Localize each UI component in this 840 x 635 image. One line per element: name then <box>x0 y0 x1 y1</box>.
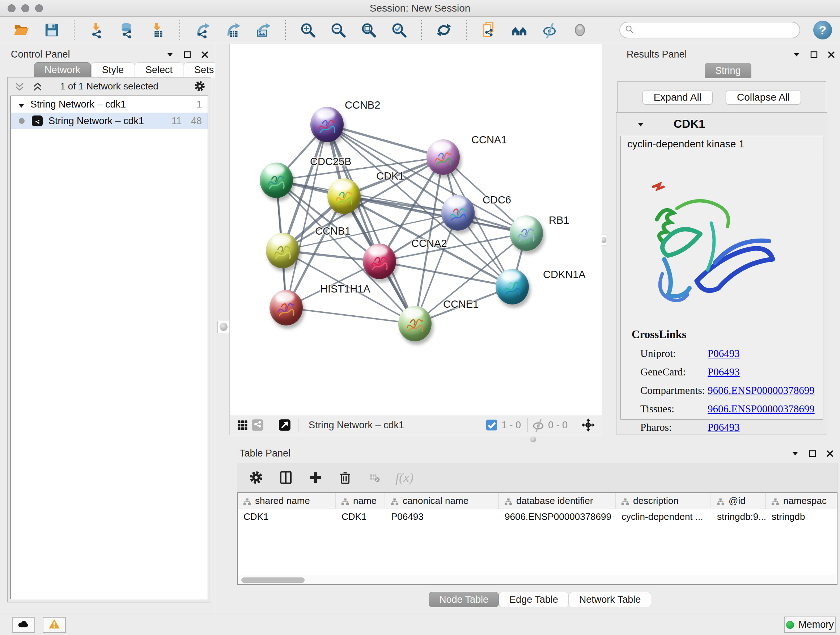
table-cell[interactable]: stringdb <box>766 509 838 524</box>
open-session-button[interactable] <box>12 21 30 40</box>
node-CDK1[interactable] <box>327 179 361 214</box>
tab-network[interactable]: Network <box>34 62 91 78</box>
tab-style[interactable]: Style <box>92 62 134 78</box>
gene-collapse-icon[interactable] <box>637 120 645 127</box>
zoom-in-button[interactable] <box>299 21 317 40</box>
close-window-button[interactable] <box>8 4 16 12</box>
function-builder-icon[interactable]: f(x) <box>396 469 413 486</box>
minimize-window-button[interactable] <box>21 4 29 12</box>
node-CDC6[interactable] <box>441 195 475 231</box>
crosslink-link[interactable]: P06493 <box>707 366 740 385</box>
tree-expand-icon[interactable] <box>17 101 25 108</box>
import-network-from-file-button[interactable] <box>88 21 106 40</box>
crosslink-label: Pharos: <box>640 421 707 440</box>
column-header-@id[interactable]: @id <box>711 493 766 509</box>
selected-nodes-checkbox-icon[interactable] <box>484 417 499 432</box>
tab-select[interactable]: Select <box>135 62 183 78</box>
memory-button[interactable]: Memory <box>784 616 836 633</box>
refresh-view-button[interactable] <box>435 21 453 40</box>
column-header-description[interactable]: description <box>616 493 711 509</box>
column-header-shared-name[interactable]: shared name <box>238 493 336 509</box>
panel-maximize-icon[interactable] <box>183 50 191 58</box>
panel-collapse-icon[interactable] <box>791 449 799 457</box>
hidden-eye-icon[interactable] <box>531 417 546 432</box>
warnings-button[interactable] <box>43 617 66 633</box>
node-CCNA1[interactable] <box>426 139 460 175</box>
network-canvas[interactable]: CCNB2CCNA1CDC25BCDK1CDC6RB1CCNB1CCNA2CDK… <box>230 44 602 415</box>
panel-maximize-icon[interactable] <box>808 449 816 457</box>
node-CDKN1A[interactable] <box>496 269 529 304</box>
cloud-status-button[interactable] <box>12 617 35 633</box>
scrollbar-thumb[interactable] <box>241 578 305 583</box>
tab-network-table[interactable]: Network Table <box>569 592 652 607</box>
node-HIST1H1A[interactable] <box>270 290 303 325</box>
network-badge-icon <box>32 116 43 126</box>
save-session-button[interactable] <box>43 21 61 40</box>
tab-edge-table[interactable]: Edge Table <box>499 592 569 607</box>
table-options-gear-icon[interactable] <box>248 469 265 486</box>
zoom-selected-button[interactable] <box>390 21 408 40</box>
show-all-button[interactable] <box>571 21 589 40</box>
duplicate-network-button[interactable] <box>480 21 498 40</box>
panel-collapse-icon[interactable] <box>792 50 800 58</box>
fit-selected-crosshair-icon[interactable] <box>581 417 596 432</box>
panel-close-icon[interactable] <box>826 449 834 457</box>
table-cell[interactable]: P06493 <box>385 509 499 524</box>
zoom-fit-content-button[interactable] <box>360 21 378 40</box>
search-input[interactable] <box>635 25 799 36</box>
node-CDC25B[interactable] <box>260 163 293 198</box>
crosslink-link[interactable]: P06493 <box>707 348 740 366</box>
export-image-button[interactable] <box>254 21 272 40</box>
node-CCNB1[interactable] <box>266 233 299 268</box>
panel-maximize-icon[interactable] <box>810 50 818 58</box>
node-CCNE1[interactable] <box>398 306 431 341</box>
table-cell[interactable]: CDK1 <box>238 509 336 524</box>
tab-string[interactable]: String <box>705 63 752 78</box>
import-table-from-file-button[interactable] <box>148 21 166 40</box>
column-header-database-identifier[interactable]: database identifier <box>499 493 616 509</box>
show-columns-icon[interactable] <box>277 469 294 486</box>
crosslink-link[interactable]: 9606.ENSP00000378699 <box>707 403 815 421</box>
zoom-window-button[interactable] <box>35 4 43 12</box>
table-row[interactable]: CDK1CDK1P064939606.ENSP00000378699cyclin… <box>238 509 837 524</box>
first-neighbors-button[interactable] <box>510 21 528 40</box>
table-cell[interactable]: stringdb:9... <box>711 509 766 524</box>
network-options-gear-icon[interactable] <box>194 80 206 92</box>
column-header-namespac[interactable]: namespac <box>766 493 838 509</box>
export-table-button[interactable] <box>224 21 242 40</box>
grid-view-icon[interactable] <box>235 417 250 432</box>
zoom-out-button[interactable] <box>329 21 347 40</box>
table-cell[interactable]: cyclin-dependent ... <box>616 509 711 524</box>
network-share-icon[interactable] <box>250 417 265 432</box>
collapse-all-button[interactable]: Collapse All <box>726 90 801 105</box>
node-CCNB2[interactable] <box>310 107 344 142</box>
export-network-button[interactable] <box>193 21 211 40</box>
search-field[interactable] <box>619 22 800 38</box>
network-tree-child-row[interactable]: String Network – cdk1 11 48 <box>11 112 208 129</box>
results-panel: Results Panel String Expand All Collapse… <box>606 44 840 435</box>
help-button[interactable]: ? <box>813 21 832 40</box>
delete-table-icon[interactable] <box>366 469 384 486</box>
panel-collapse-icon[interactable] <box>166 50 174 58</box>
import-network-from-database-button[interactable] <box>118 21 136 40</box>
table-horizontal-scrollbar[interactable] <box>238 576 837 584</box>
crosslink-link[interactable]: P06493 <box>707 421 740 440</box>
table-cell[interactable]: CDK1 <box>336 509 385 524</box>
network-tree-root-row[interactable]: String Network – cdk1 1 <box>11 96 208 112</box>
column-header-canonical-name[interactable]: canonical name <box>385 493 499 509</box>
panel-close-icon[interactable] <box>201 50 208 58</box>
add-column-icon[interactable] <box>307 469 324 486</box>
node-CCNA2[interactable] <box>363 244 396 279</box>
birdseye-view-icon[interactable] <box>277 417 292 432</box>
table-cell[interactable]: 9606.ENSP00000378699 <box>499 509 616 524</box>
tab-node-table[interactable]: Node Table <box>429 592 499 607</box>
delete-column-icon[interactable] <box>336 469 354 486</box>
vertical-splitter-handle[interactable] <box>218 321 230 333</box>
crosslink-link[interactable]: 9606.ENSP00000378699 <box>707 385 815 403</box>
column-header-name[interactable]: name <box>336 493 385 509</box>
hide-selected-button[interactable] <box>540 21 559 40</box>
expand-all-button[interactable]: Expand All <box>643 90 713 105</box>
horizontal-splitter-handle[interactable] <box>531 437 536 442</box>
node-RB1[interactable] <box>510 215 543 251</box>
panel-close-icon[interactable] <box>827 50 835 58</box>
